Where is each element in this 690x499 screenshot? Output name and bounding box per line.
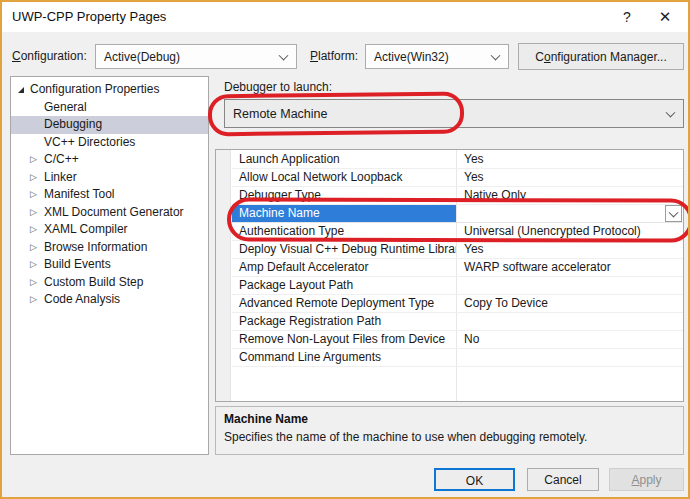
description-text: Specifies the name of the machine to use… — [224, 430, 587, 444]
tree-item-manifest-tool[interactable]: ▷Manifest Tool — [11, 186, 208, 204]
tree-item-debugging[interactable]: Debugging — [11, 116, 208, 134]
tree-collapsed-icon[interactable]: ▷ — [30, 204, 37, 222]
property-name[interactable]: Remove Non-Layout Files from Device — [232, 331, 456, 348]
apply-button: Apply — [609, 468, 684, 491]
tree-collapsed-icon[interactable]: ▷ — [30, 274, 37, 292]
configuration-dropdown-value: Active(Debug) — [104, 50, 180, 64]
property-row-allow-local-network-loopback[interactable]: Allow Local Network LoopbackYes — [232, 169, 683, 187]
property-value[interactable]: Yes — [457, 151, 683, 168]
configuration-dropdown[interactable]: Active(Debug) — [95, 44, 297, 69]
tree-item-vc-directories[interactable]: VC++ Directories — [11, 134, 208, 152]
chevron-down-icon — [666, 107, 676, 117]
property-row-machine-name[interactable]: Machine Name — [232, 205, 683, 223]
tree-item-configuration-properties[interactable]: Configuration Properties — [11, 81, 208, 99]
tree-item-label: XAML Compiler — [44, 221, 128, 239]
tree-item-xaml-compiler[interactable]: ▷XAML Compiler — [11, 221, 208, 239]
ok-button[interactable]: OK — [434, 468, 515, 491]
close-icon[interactable]: ✕ — [648, 2, 682, 32]
tree-item-code-analysis[interactable]: ▷Code Analysis — [11, 291, 208, 309]
configuration-label: Configuration: — [12, 49, 87, 63]
property-row-debugger-type[interactable]: Debugger TypeNative Only — [232, 187, 683, 205]
debugger-to-launch-label: Debugger to launch: — [224, 80, 332, 94]
platform-dropdown[interactable]: Active(Win32) — [365, 44, 509, 69]
property-row-package-registration-path[interactable]: Package Registration Path — [232, 313, 683, 331]
window-title: UWP-CPP Property Pages — [12, 9, 166, 24]
tree-item-linker[interactable]: ▷Linker — [11, 169, 208, 187]
property-value[interactable] — [457, 277, 683, 294]
cancel-button[interactable]: Cancel — [527, 468, 599, 491]
property-value[interactable]: Copy To Device — [457, 295, 683, 312]
property-value[interactable] — [457, 205, 683, 222]
property-row-remove-non-layout-files-from-device[interactable]: Remove Non-Layout Files from DeviceNo — [232, 331, 683, 349]
tree-item-label: Browse Information — [44, 239, 147, 257]
property-value[interactable]: Universal (Unencrypted Protocol) — [457, 223, 683, 240]
property-name[interactable]: Advanced Remote Deployment Type — [232, 295, 456, 312]
tree-item-browse-information[interactable]: ▷Browse Information — [11, 239, 208, 257]
tree-item-xml-document-generator[interactable]: ▷XML Document Generator — [11, 204, 208, 222]
tree-collapsed-icon[interactable]: ▷ — [30, 151, 37, 169]
tree-expanded-icon[interactable] — [18, 87, 24, 93]
tree-collapsed-icon[interactable]: ▷ — [30, 239, 37, 257]
property-value[interactable] — [457, 349, 683, 366]
tree-item-label: Build Events — [44, 256, 111, 274]
property-name[interactable]: Allow Local Network Loopback — [232, 169, 456, 186]
debugger-dropdown[interactable]: Remote Machine — [224, 99, 684, 128]
configuration-tree: Configuration PropertiesGeneralDebugging… — [10, 76, 209, 455]
property-name[interactable]: Deploy Visual C++ Debug Runtime Librarie… — [232, 241, 456, 258]
tree-collapsed-icon[interactable]: ▷ — [30, 221, 37, 239]
description-panel: Machine Name Specifies the name of the m… — [215, 406, 684, 455]
property-name[interactable]: Command Line Arguments — [232, 349, 456, 366]
property-row-deploy-visual-c-debug-runtime-libraries[interactable]: Deploy Visual C++ Debug Runtime Librarie… — [232, 241, 683, 259]
property-name[interactable]: Package Registration Path — [232, 313, 456, 330]
tree-item-label: Debugging — [44, 116, 102, 134]
property-row-authentication-type[interactable]: Authentication TypeUniversal (Unencrypte… — [232, 223, 683, 241]
tree-item-label: XML Document Generator — [44, 204, 184, 222]
configuration-manager-button[interactable]: Configuration Manager... — [518, 43, 684, 70]
property-value[interactable]: Yes — [457, 169, 683, 186]
property-row-package-layout-path[interactable]: Package Layout Path — [232, 277, 683, 295]
tree-item-label: Configuration Properties — [30, 81, 159, 99]
tree-item-label: Linker — [44, 169, 77, 187]
tree-collapsed-icon[interactable]: ▷ — [30, 291, 37, 309]
tree-collapsed-icon[interactable]: ▷ — [30, 169, 37, 187]
chevron-down-icon — [669, 207, 679, 217]
property-name[interactable]: Authentication Type — [232, 223, 456, 240]
title-bar: UWP-CPP Property Pages ? ✕ — [2, 2, 688, 32]
property-row-advanced-remote-deployment-type[interactable]: Advanced Remote Deployment TypeCopy To D… — [232, 295, 683, 313]
property-name[interactable]: Amp Default Accelerator — [232, 259, 456, 276]
property-name[interactable]: Machine Name — [232, 205, 456, 222]
tree-item-label: Custom Build Step — [44, 274, 143, 292]
tree-item-label: General — [44, 99, 87, 117]
property-value[interactable]: Native Only — [457, 187, 683, 204]
tree-item-label: Manifest Tool — [44, 186, 114, 204]
property-value[interactable] — [457, 313, 683, 330]
debugger-dropdown-value: Remote Machine — [233, 107, 328, 121]
platform-dropdown-value: Active(Win32) — [374, 50, 449, 64]
description-title: Machine Name — [224, 412, 308, 426]
chevron-down-icon — [491, 50, 501, 60]
value-dropdown-button[interactable] — [665, 205, 682, 222]
property-name[interactable]: Debugger Type — [232, 187, 456, 204]
platform-label: Platform: — [310, 49, 358, 63]
property-value[interactable]: WARP software accelerator — [457, 259, 683, 276]
tree-item-c-c-[interactable]: ▷C/C++ — [11, 151, 208, 169]
tree-collapsed-icon[interactable]: ▷ — [30, 186, 37, 204]
property-value[interactable]: Yes — [457, 241, 683, 258]
help-icon[interactable]: ? — [610, 2, 644, 32]
property-row-launch-application[interactable]: Launch ApplicationYes — [232, 151, 683, 169]
tree-item-general[interactable]: General — [11, 99, 208, 117]
chevron-down-icon — [279, 50, 289, 60]
tree-item-custom-build-step[interactable]: ▷Custom Build Step — [11, 274, 208, 292]
property-grid: Launch ApplicationYesAllow Local Network… — [215, 149, 684, 402]
tree-item-label: Code Analysis — [44, 291, 120, 309]
property-row-amp-default-accelerator[interactable]: Amp Default AcceleratorWARP software acc… — [232, 259, 683, 277]
property-name[interactable]: Package Layout Path — [232, 277, 456, 294]
property-row-command-line-arguments[interactable]: Command Line Arguments — [232, 349, 683, 367]
property-name[interactable]: Launch Application — [232, 151, 456, 168]
tree-item-label: C/C++ — [44, 151, 79, 169]
tree-collapsed-icon[interactable]: ▷ — [30, 256, 37, 274]
property-pages-dialog: UWP-CPP Property Pages ? ✕ Configuration… — [0, 0, 690, 499]
tree-item-label: VC++ Directories — [44, 134, 135, 152]
tree-item-build-events[interactable]: ▷Build Events — [11, 256, 208, 274]
property-value[interactable]: No — [457, 331, 683, 348]
